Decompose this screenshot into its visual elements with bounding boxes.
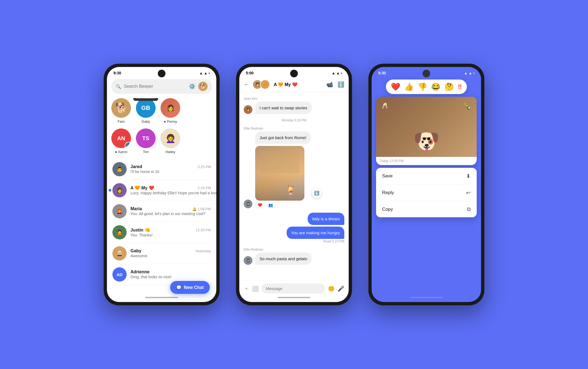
story-label-penny: ● Penny [164,119,177,124]
reaction-btn-heart[interactable]: ❤️ [391,82,400,91]
chat-time-amy: 2:29 PM [198,186,211,190]
chat-item-gaby[interactable]: 👩‍🦳 Gaby Yesterday Awesome. [111,243,212,264]
info-icon[interactable]: ℹ️ [337,81,344,88]
reaction-btn-think[interactable]: 🤔 [444,82,454,91]
status-bar-3: 9:30 ▲ ▲ ▪ [372,67,481,77]
search-bar[interactable]: 🔍 ⚙️ 🐕 [111,79,212,94]
chat-name-jared: Jared [130,164,142,169]
chat-preview-maria: You: All good, let's plan in our meeting… [130,212,205,216]
sticker-icon[interactable]: ⬜ [252,285,259,292]
phone2-content: ← 👩 🧡 A 🧡 My ❤️ 📹 ℹ️ Jean Kim 👩 [239,77,349,297]
status-icons-1: ▲ ▲ ▪ [199,71,210,75]
story-item-tori[interactable]: TS Tori [136,128,156,154]
context-menu-copy[interactable]: Copy ⧉ [376,201,477,217]
chat-name-maria: Maria [130,206,142,211]
story-item-gaby[interactable]: Welcome toblue bubbles! GB Gaby [136,98,156,124]
mic-icon[interactable]: 🎤 [337,285,344,292]
phone-3: 9:30 ▲ ▲ ▪ ❤️ 👍 👎 😂 🤔 ‼️ [368,64,484,305]
msg-row-sent-2: You are making me hungry [244,227,344,239]
phone-2: 5:00 ▲ ▲ ▪ ← 👩 🧡 A 🧡 My ❤️ 📹 ℹ️ [236,64,352,305]
story-item-penny[interactable]: 👩 ● Penny [161,98,180,124]
chat-item-maria[interactable]: 👩‍🦰 Maria 🔔 1:08 PM You: All good, let's… [111,201,212,222]
story-item-fam[interactable]: 🐕 Fam [111,98,131,124]
user-avatar[interactable]: 🐕 [198,82,208,91]
message-image: 🍹 [255,146,304,201]
dog-photo-card: 🐶 🕶️ 🍾 🥂 Today 12:55 PM [376,97,477,165]
chat-avatar-maria: 👩‍🦰 [112,204,127,218]
chat-info-adrienne: Adrienne Omg, that looks so nice! [130,270,211,279]
building-overlay [255,173,304,201]
status-bar-2: 5:00 ▲ ▲ ▪ [239,67,349,77]
chat-item-amy[interactable]: 👩 A 🧡 My ❤️ 2:29 PM Lucy: Happy birthday… [111,180,212,201]
story-label-aaron: ● Aaron [115,150,127,154]
message-timestamp: Monday 5:18 PM [244,118,344,122]
context-menu-reply[interactable]: Reply ↩ [376,184,477,201]
msg-row-sent-1: Italy is a dream [244,213,344,225]
message-jean-kim: Jean Kim 👩 I can't wait to swap stories [244,97,344,114]
msg-sender-ellie-1: Ellie Redman [244,127,344,130]
bubble-text-sent-1: Italy is a dream [312,216,340,221]
settings-icon[interactable]: ⚙️ [189,83,196,90]
home-indicator-2 [278,297,310,298]
bubble-ellie-2: So much pasta and gelato [255,253,312,265]
header-avatar-group: 👩 🧡 [252,80,270,89]
chat-avatar-gaby: 👩‍🦳 [112,246,127,260]
story-avatar-aaron: AN 👤 [111,128,131,148]
reaction-btn-thumbsup[interactable]: 👍 [404,82,414,91]
chat-list: 👨 Jared 3:25 PM I'll be home in 10 👩 [111,159,212,285]
reaction-btn-exclaim[interactable]: ‼️ [458,83,462,91]
sent-messages-group: Italy is a dream You are making me hungr… [244,213,344,243]
emoji-icon[interactable]: 🙂 [328,285,335,292]
story-row-2: AN 👤 ● Aaron TS Tori [111,128,212,157]
story-label-tori: Tori [143,150,149,154]
video-call-icon[interactable]: 📹 [326,81,333,88]
story-mini-avatar-aaron: 👤 [125,142,131,148]
chat-preview-adrienne: Omg, that looks so nice! [130,275,171,279]
context-reply-icon: ↩ [466,189,471,196]
context-save-icon: ⬇ [466,173,471,179]
read-status: Read 5:23 PM [244,239,344,243]
battery-icon-3: ▪ [473,71,475,75]
message-input[interactable] [261,283,325,294]
message-ellie-2: Ellie Redman 👩‍🦱 So much pasta and gelat… [244,248,344,265]
story-label-gaby: Gaby [141,119,150,124]
story-item-hailey[interactable]: 👩‍🦱 Hailey [161,128,180,154]
drink-decoration: 🍹 [285,185,296,195]
reaction-users: 👥 [266,202,275,208]
reaction-btn-thumbsdown[interactable]: 👎 [418,82,427,91]
back-button[interactable]: ← [244,81,250,88]
search-icon: 🔍 [116,84,121,89]
story-avatar-hailey: 👩‍🦱 [161,128,180,148]
story-item-aaron[interactable]: AN 👤 ● Aaron [111,128,131,154]
messages-area: Jean Kim 👩 I can't wait to swap stories … [239,92,349,280]
msg-row-jean: 👩 I can't wait to swap stories [244,102,344,114]
msg-row-ellie-2: 👩‍🦱 So much pasta and gelato [244,253,344,265]
message-image-container: 🍹 ⬇️ [255,146,311,201]
chat-preview-justin: You: Thanks! [130,233,153,237]
chat-item-jared[interactable]: 👨 Jared 3:25 PM I'll be home in 10 [111,159,212,180]
chat-info-gaby: Gaby Yesterday Awesome. [130,248,211,258]
search-input[interactable] [124,84,186,89]
home-indicator-1 [145,297,178,298]
add-attachment-icon[interactable]: ＋ [244,285,249,292]
dog-photo: 🐶 🕶️ 🍾 🥂 [376,97,477,157]
new-chat-icon: 💬 [176,285,182,290]
msg-row-ellie-1: 👩‍🦱 Just got back from Rome! [244,131,344,208]
story-unread-dot-aaron [112,145,115,148]
new-chat-button[interactable]: 💬 New Chat [170,281,210,294]
reaction-heart[interactable]: ❤️ [255,202,265,208]
chat-item-justin[interactable]: 🧑‍🦱 Justin 👊 12:26 PM You: Thanks! [111,222,212,243]
story-unread-dot-penny [161,115,164,117]
context-reply-label: Reply [382,190,394,195]
bg-item-1: 🍾 [463,102,471,110]
context-menu-save[interactable]: Save ⬇ [376,168,477,184]
bubble-sent-1: Italy is a dream [308,213,344,225]
download-button[interactable]: ⬇️ [312,188,322,198]
wifi-icon: ▲ [199,71,203,75]
reaction-btn-laugh[interactable]: 😂 [431,82,441,91]
sky-area [261,151,299,173]
message-input-area: ＋ ⬜ 🙂 🎤 [239,280,349,297]
status-icons-3: ▲ ▲ ▪ [464,71,475,75]
bubble-text-jean: I can't wait to swap stories [260,106,307,110]
msg-sender-jean: Jean Kim [244,97,344,101]
